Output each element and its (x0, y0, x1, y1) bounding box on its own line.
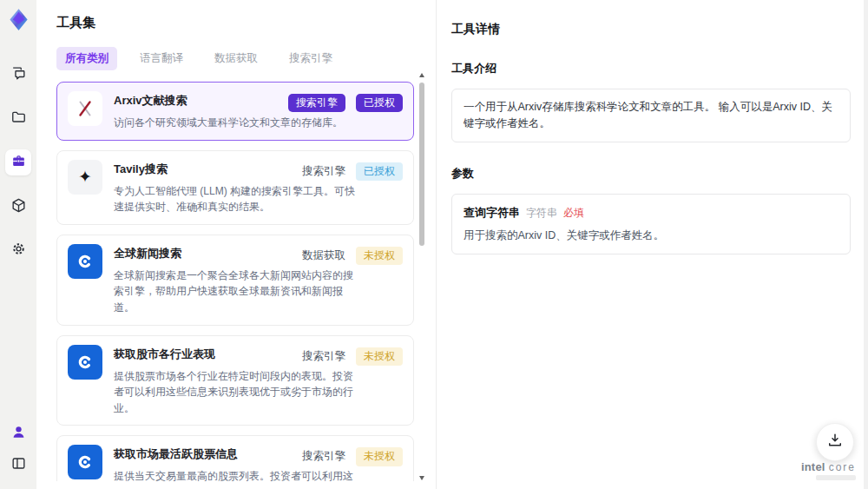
parameter-header: 查询字符串 字符串 必填 (464, 205, 838, 221)
tool-card-list: Arxiv文献搜索 访问各个研究领域大量科学论文和文章的存储库。 搜索引擎 已授… (56, 82, 414, 481)
tab-data-fetch[interactable]: 数据获取 (206, 47, 266, 70)
tool-description: 访问各个研究领域大量科学论文和文章的存储库。 (114, 115, 358, 131)
parameter-name: 查询字符串 (464, 205, 520, 221)
tool-list-pane: 工具集 所有类别 语言翻译 数据获取 搜索引擎 Arxiv文献搜索 访问各个研究… (36, 0, 437, 489)
intel-wordmark: intel (801, 460, 825, 473)
scroll-up-arrow-icon[interactable] (419, 73, 424, 77)
parameter-type: 字符串 (526, 206, 557, 221)
parameter-description: 用于搜索的Arxiv ID、关键字或作者姓名。 (464, 228, 838, 243)
scroll-down-arrow-icon[interactable] (419, 476, 424, 480)
tool-badges: 数据获取 未授权 (302, 247, 403, 265)
sidebar-item-package[interactable] (6, 195, 30, 219)
collapse-sidebar-icon (10, 455, 27, 475)
scrollbar-thumb[interactable] (419, 83, 424, 246)
params-section-title: 参数 (451, 166, 851, 182)
tool-badges: 搜索引擎 已授权 (302, 162, 403, 181)
gear-icon (10, 241, 27, 261)
folder-icon (10, 109, 27, 129)
tool-description: 提供当天交易量最高的股票列表。投资者可以利用这些信息来识别流动性强的股票和潜在的… (114, 468, 358, 481)
category-label: 数据获取 (302, 248, 345, 263)
tool-card-most-active-stocks[interactable]: 获取市场最活跃股票信息 提供当天交易量最高的股票列表。投资者可以利用这些信息来识… (56, 435, 414, 481)
tool-intro-text: 一个用于从Arxiv存储库搜索科学论文和文章的工具。 输入可以是Arxiv ID… (464, 101, 832, 129)
tool-badges: 搜索引擎 已授权 (288, 94, 403, 112)
category-label: 搜索引擎 (302, 349, 345, 364)
arxiv-icon (68, 91, 102, 126)
user-avatar[interactable] (6, 421, 30, 446)
auth-status-badge: 未授权 (356, 247, 403, 265)
tool-detail-pane: 工具详情 工具介绍 一个用于从Arxiv存储库搜索科学论文和文章的工具。 输入可… (437, 0, 868, 489)
tool-card-arxiv[interactable]: Arxiv文献搜索 访问各个研究领域大量科学论文和文章的存储库。 搜索引擎 已授… (56, 82, 414, 141)
auth-status-badge: 未授权 (356, 447, 403, 466)
sidebar-item-files[interactable] (6, 106, 30, 130)
category-tabs: 所有类别 语言翻译 数据获取 搜索引擎 (56, 47, 436, 70)
auth-status-badge: 未授权 (356, 347, 403, 366)
tool-badges: 搜索引擎 未授权 (302, 347, 403, 366)
list-scrollbar[interactable] (418, 73, 425, 480)
parameter-required-badge: 必填 (563, 206, 584, 221)
juhe-data-icon (68, 244, 102, 279)
chat-icon (10, 65, 27, 85)
download-icon (826, 432, 844, 453)
intel-core-sub-badge (816, 475, 856, 480)
sidebar-item-toolbox[interactable] (5, 149, 31, 175)
tool-card-global-news[interactable]: 全球新闻搜索 全球新闻搜索是一个聚合全球各大新闻网站内容的搜索引擎，帮助用户快速… (56, 235, 414, 326)
toolbox-icon (10, 153, 27, 173)
download-button[interactable] (816, 423, 854, 461)
tool-badges: 搜索引擎 未授权 (302, 447, 403, 466)
juhe-data-icon (68, 345, 102, 380)
tool-intro-box: 一个用于从Arxiv存储库搜索科学论文和文章的工具。 输入可以是Arxiv ID… (451, 89, 851, 142)
juhe-data-icon (68, 445, 102, 479)
tool-card-sector-performance[interactable]: 获取股市各行业表现 提供股票市场各个行业在特定时间段内的表现。投资者可以利用这些… (56, 335, 414, 426)
tool-description: 全球新闻搜索是一个聚合全球各大新闻网站内容的搜索引擎，帮助用户快速获取全球最新资… (114, 268, 358, 316)
sidebar-item-chat[interactable] (6, 63, 30, 87)
tavily-star-icon: ✦ (68, 160, 102, 195)
tool-description: 提供股票市场各个行业在特定时间段内的表现。投资者可以利用这些信息来识别表现优于或… (114, 368, 358, 417)
tool-description: 专为人工智能代理 (LLM) 构建的搜索引擎工具。可快速提供实时、准确和真实的结… (114, 183, 358, 215)
category-badge: 搜索引擎 (288, 94, 345, 112)
category-label: 搜索引擎 (302, 164, 345, 179)
intro-section-title: 工具介绍 (451, 61, 851, 76)
user-icon (10, 424, 27, 444)
category-label: 搜索引擎 (302, 449, 345, 464)
tab-all-categories[interactable]: 所有类别 (56, 47, 117, 70)
window-scrollbar-track[interactable] (864, 0, 868, 489)
cube-icon (10, 197, 27, 217)
tool-card-tavily[interactable]: ✦ Tavily搜索 专为人工智能代理 (LLM) 构建的搜索引擎工具。可快速提… (56, 150, 414, 225)
tab-language-translation[interactable]: 语言翻译 (131, 47, 192, 70)
parameter-card: 查询字符串 字符串 必填 用于搜索的Arxiv ID、关键字或作者姓名。 (451, 194, 851, 254)
auth-status-badge: 已授权 (356, 162, 403, 181)
app-window: 工具集 所有类别 语言翻译 数据获取 搜索引擎 Arxiv文献搜索 访问各个研究… (0, 0, 868, 489)
sidebar-item-settings[interactable] (6, 238, 30, 262)
collapse-sidebar-button[interactable] (6, 453, 30, 477)
sidebar (0, 0, 36, 489)
app-logo-icon (7, 8, 30, 31)
auth-status-badge: 已授权 (356, 94, 403, 112)
intel-core-logo: intel core (801, 460, 856, 480)
page-title: 工具集 (56, 15, 436, 31)
detail-title: 工具详情 (451, 22, 851, 37)
core-wordmark: core (829, 461, 856, 473)
tab-search-engine[interactable]: 搜索引擎 (280, 47, 341, 70)
